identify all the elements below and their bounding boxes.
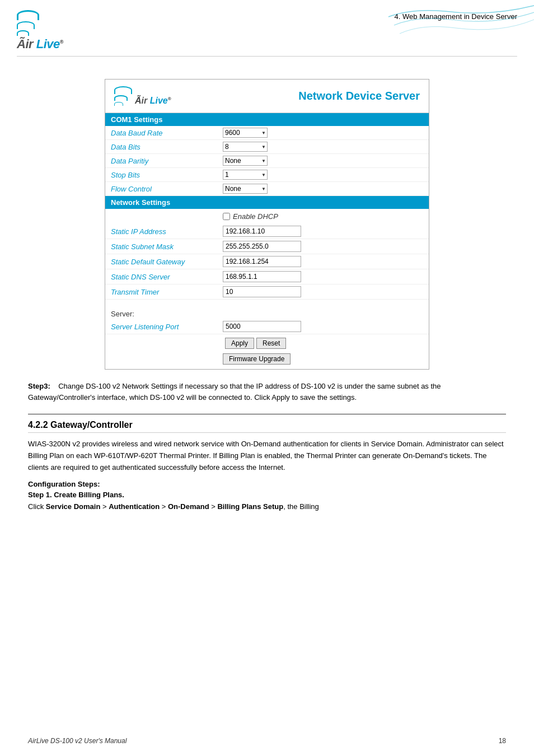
spacer [105, 300, 429, 305]
logo-arc-3 [17, 30, 29, 36]
data-parity-row: Data Paritiy None Even Odd ▼ [105, 154, 429, 168]
device-panel: Ãir Live® Network Device Server COM1 Set… [105, 79, 429, 370]
server-label-row: Server: [105, 305, 429, 319]
com1-section-header: COM1 Settings [105, 113, 429, 126]
flow-control-control: None RTS/CTS XON/XOFF ▼ [223, 184, 423, 194]
logo-arc-1 [17, 10, 39, 20]
dns-row: Static DNS Server [105, 269, 429, 284]
flow-control-select-wrapper[interactable]: None RTS/CTS XON/XOFF ▼ [223, 184, 268, 194]
step1-title: Step 1. Create Billing Plans. [28, 491, 506, 499]
reset-button[interactable]: Reset [256, 338, 286, 349]
dhcp-checkbox[interactable] [223, 213, 230, 220]
transmit-timer-row: Transmit Timer [105, 284, 429, 300]
panel-title: Network Device Server [267, 90, 420, 102]
logo-arc-2 [17, 21, 35, 29]
flow-control-row: Flow Control None RTS/CTS XON/XOFF ▼ [105, 182, 429, 196]
server-port-input[interactable] [223, 321, 301, 332]
gateway-row: Static Default Gateway [105, 254, 429, 269]
step1-text: Click Service Domain > Authentication > … [28, 501, 506, 513]
section-422-body: WIAS-3200N v2 provides wireless and wire… [28, 438, 506, 473]
firmware-row: Firmware Upgrade [105, 352, 429, 369]
page-footer: AirLive DS-100 v2 User's Manual 18 [28, 737, 506, 745]
top-decoration [355, 0, 534, 50]
baud-rate-control: 9600 19200 38400 115200 ▼ [223, 128, 423, 138]
data-parity-control: None Even Odd ▼ [223, 156, 423, 166]
main-content: Ãir Live® Network Device Server COM1 Set… [0, 57, 534, 513]
dhcp-label: Enable DHCP [233, 212, 278, 221]
baud-rate-select-wrapper[interactable]: 9600 19200 38400 115200 ▼ [223, 128, 268, 138]
section-divider [28, 414, 506, 414]
stop-bits-row: Stop Bits 1 2 ▼ [105, 168, 429, 182]
data-bits-control: 8 7 ▼ [223, 142, 423, 152]
logo-wordmark: Ãir Live® [17, 37, 63, 52]
stop-bits-select[interactable]: 1 2 [223, 170, 268, 180]
section-422: 4.2.2 Gateway/Controller WIAS-3200N v2 p… [28, 420, 506, 513]
data-parity-select-wrapper[interactable]: None Even Odd ▼ [223, 156, 268, 166]
panel-logo-text: Ãir Live® [135, 96, 171, 106]
server-port-label: Server Listening Port [111, 323, 223, 331]
section-422-title: 4.2.2 Gateway/Controller [28, 420, 506, 433]
footer-manual: AirLive DS-100 v2 User's Manual [28, 737, 127, 745]
subnet-mask-input[interactable] [223, 241, 301, 252]
subnet-mask-label: Static Subnet Mask [111, 242, 223, 251]
gateway-label: Static Default Gateway [111, 258, 223, 266]
dns-label: Static DNS Server [111, 273, 223, 281]
data-parity-label: Data Paritiy [111, 157, 223, 165]
baud-rate-row: Data Baud Rate 9600 19200 38400 115200 ▼ [105, 126, 429, 140]
flow-control-select[interactable]: None RTS/CTS XON/XOFF [223, 184, 268, 194]
server-label: Server: [111, 310, 134, 318]
transmit-timer-label: Transmit Timer [111, 288, 223, 296]
dns-control [223, 271, 423, 282]
stop-bits-control: 1 2 ▼ [223, 170, 423, 180]
stop-bits-label: Stop Bits [111, 171, 223, 179]
step3-label: Step3: [28, 382, 50, 390]
config-steps-label: Configuration Steps: [28, 480, 506, 488]
dhcp-row: Enable DHCP [105, 209, 429, 224]
panel-arc-2 [114, 95, 128, 101]
data-bits-row: Data Bits 8 7 ▼ [105, 140, 429, 154]
data-parity-select[interactable]: None Even Odd [223, 156, 268, 166]
page-header: Ãir Live® 4. Web Management in Device Se… [0, 0, 534, 52]
baud-rate-label: Data Baud Rate [111, 129, 223, 137]
data-bits-select[interactable]: 8 7 [223, 142, 268, 152]
header-logo: Ãir Live® [17, 10, 63, 52]
server-port-row: Server Listening Port [105, 319, 429, 334]
step3-text: Change DS-100 v2 Network Settings if nec… [28, 382, 441, 402]
subnet-mask-control [223, 241, 423, 252]
apply-button[interactable]: Apply [225, 338, 254, 349]
panel-header: Ãir Live® Network Device Server [105, 80, 429, 113]
footer-page: 18 [499, 737, 506, 745]
gateway-control [223, 256, 423, 267]
network-section-header: Network Settings [105, 196, 429, 209]
static-ip-input[interactable] [223, 226, 301, 237]
static-ip-control [223, 226, 423, 237]
step3-section: Step3: Change DS-100 v2 Network Settings… [28, 381, 506, 403]
logo-arcs [17, 10, 39, 36]
static-ip-row: Static IP Address [105, 224, 429, 239]
data-bits-select-wrapper[interactable]: 8 7 ▼ [223, 142, 268, 152]
transmit-timer-input[interactable] [223, 286, 301, 297]
firmware-button[interactable]: Firmware Upgrade [223, 353, 291, 365]
subnet-mask-row: Static Subnet Mask [105, 239, 429, 254]
data-bits-label: Data Bits [111, 143, 223, 151]
static-ip-label: Static IP Address [111, 227, 223, 236]
gateway-input[interactable] [223, 256, 301, 267]
panel-arc-1 [114, 86, 132, 94]
baud-rate-select[interactable]: 9600 19200 38400 115200 [223, 128, 268, 138]
panel-logo: Ãir Live® [114, 86, 267, 106]
panel-arc-3 [114, 102, 123, 106]
dhcp-control: Enable DHCP [223, 212, 278, 221]
dns-input[interactable] [223, 271, 301, 282]
button-row: Apply Reset [105, 334, 429, 352]
stop-bits-select-wrapper[interactable]: 1 2 ▼ [223, 170, 268, 180]
server-port-control [223, 321, 423, 332]
flow-control-label: Flow Control [111, 185, 223, 193]
transmit-timer-control [223, 286, 423, 297]
